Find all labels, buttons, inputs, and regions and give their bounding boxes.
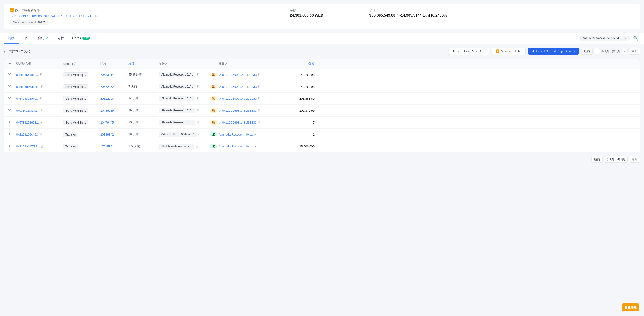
- table-row: 👁 0xc01ca23f5aa... ⎘ Send Multi Sig... 2…: [4, 105, 640, 117]
- download-page-data-button[interactable]: ⬇ Download Page Data: [448, 48, 489, 55]
- receiver-link-5[interactable]: Alameda Research: 0xf...: [219, 133, 253, 136]
- block-link-4[interactable]: 20479445: [100, 121, 114, 124]
- eye-icon-3[interactable]: 👁: [8, 108, 12, 113]
- tx-copy-icon-1[interactable]: ⎘: [41, 85, 43, 89]
- row-eye-0[interactable]: 👁: [8, 73, 16, 77]
- method-badge-1: Send Multi Sig...: [63, 84, 88, 89]
- sender-copy-icon-6[interactable]: ⎘: [196, 144, 198, 148]
- row-eye-5[interactable]: 👁: [8, 132, 16, 136]
- row-dir-5: 进: [210, 133, 219, 136]
- advanced-filter-button[interactable]: 🔽 Advanced Filter: [492, 48, 526, 55]
- row-method-4: Send Multi Sig...: [63, 121, 100, 124]
- tx-copy-icon-0[interactable]: ⎘: [40, 73, 42, 77]
- receiver-link-4[interactable]: 0x112C5698...481f3E333: [222, 121, 256, 124]
- filter-label-row: ≡ 按代币持有者筛选: [10, 8, 275, 13]
- first-page-button[interactable]: 最前: [581, 48, 592, 55]
- tx-link-6[interactable]: 0x3169a117f86...: [16, 145, 40, 148]
- eye-icon-0[interactable]: 👁: [8, 73, 12, 77]
- eye-icon-1[interactable]: 👁: [8, 85, 12, 89]
- tx-copy-icon-6[interactable]: ⎘: [41, 144, 43, 148]
- sender-copy-icon-1[interactable]: ⎘: [197, 85, 199, 89]
- tx-copy-icon-4[interactable]: ⎘: [40, 121, 42, 124]
- tx-link-5[interactable]: 0x2a68106c49...: [16, 133, 38, 136]
- row-eye-3[interactable]: 👁: [8, 108, 16, 113]
- filter-icon-btn: 🔽: [496, 49, 499, 53]
- tx-copy-icon-5[interactable]: ⎘: [40, 133, 42, 136]
- receiver-copy-icon-0[interactable]: ⎘: [258, 73, 260, 77]
- tx-copy-icon-2[interactable]: ⎘: [40, 97, 42, 100]
- row-block-1: 20572362: [100, 85, 128, 89]
- tx-link-0[interactable]: 0xeeb8f08aafa...: [16, 73, 39, 77]
- tab-cards[interactable]: Cards New: [68, 34, 94, 43]
- sender-copy-icon-3[interactable]: ⎘: [197, 109, 199, 112]
- receiver-link-0[interactable]: 0x112C5698...481f3E333: [222, 73, 256, 77]
- export-button[interactable]: ⬇ Export Current Page Data ▾: [528, 48, 579, 55]
- cards-badge: New: [82, 37, 90, 40]
- sender-badge-3: Alameda Research: 0xf...: [159, 108, 196, 113]
- receiver-link-2[interactable]: 0x112C5698...481f3E333: [222, 97, 256, 100]
- bottom-pagination: 最前 第1页，共1页 最后: [4, 156, 640, 163]
- col-age[interactable]: 块龄: [128, 62, 159, 66]
- pill-close-icon[interactable]: ✕: [624, 37, 626, 40]
- last-page-button[interactable]: 最后: [629, 48, 640, 55]
- tab-transfer[interactable]: 转移: [4, 33, 19, 44]
- filter-icon: ≡: [10, 8, 14, 13]
- block-link-6[interactable]: 17915801: [100, 145, 114, 148]
- row-tx-0: 0xeeb8f08aafa... ⎘: [16, 73, 63, 77]
- tx-link-2[interactable]: 0x679c883079...: [16, 97, 38, 100]
- receiver-link-1[interactable]: 0x112C5698...481f3E333: [222, 85, 256, 89]
- receiver-copy-icon-2[interactable]: ⎘: [258, 97, 260, 100]
- tx-link-1[interactable]: 0xeb93df69b2c...: [16, 85, 40, 89]
- eye-icon-5[interactable]: 👁: [8, 132, 12, 136]
- receiver-link-3[interactable]: 0x112C5698...481f3E333: [222, 109, 256, 112]
- method-badge-4: Send Multi Sig...: [63, 120, 88, 125]
- sender-copy-icon-4[interactable]: ⎘: [197, 121, 199, 124]
- sender-copy-icon-2[interactable]: ⎘: [197, 97, 199, 100]
- search-button[interactable]: 🔍: [631, 35, 640, 42]
- tabs-search-right: 0xf02e86d9e0efd57ad034faf5... ✕ 🔍: [580, 35, 640, 42]
- sender-copy-icon-5[interactable]: ⎘: [198, 133, 200, 136]
- tab-analysis[interactable]: 分析: [53, 33, 68, 44]
- row-dir-1: 出: [210, 85, 219, 89]
- eye-icon-2[interactable]: 👁: [8, 96, 12, 101]
- table-row: 👁 0x679c883079... ⎘ Send Multi Sig... 20…: [4, 93, 640, 105]
- receiver-link-6[interactable]: Alameda Research: 0xf...: [219, 145, 253, 148]
- tx-copy-icon-3[interactable]: ⎘: [41, 109, 42, 112]
- row-eye-1[interactable]: 👁: [8, 85, 16, 89]
- tab-info[interactable]: 知讯: [19, 33, 34, 44]
- next-page-button[interactable]: ›: [622, 48, 628, 54]
- block-link-2[interactable]: 20522206: [100, 97, 114, 100]
- sender-copy-icon-0[interactable]: ⎘: [197, 73, 199, 77]
- export-chevron-icon: ▾: [574, 49, 575, 53]
- copy-icon[interactable]: ⎘: [96, 14, 97, 18]
- receiver-copy-icon-5[interactable]: ⎘: [254, 133, 256, 136]
- row-eye-4[interactable]: 👁: [8, 120, 16, 125]
- block-link-5[interactable]: 20339342: [100, 133, 114, 136]
- tx-link-4[interactable]: 0x5733253d53...: [16, 121, 39, 124]
- receiver-copy-icon-1[interactable]: ⎘: [258, 85, 260, 89]
- bottom-last-button[interactable]: 最后: [629, 156, 640, 163]
- block-link-0[interactable]: 20623014: [100, 73, 114, 77]
- receiver-copy-icon-6[interactable]: ⎘: [254, 144, 256, 148]
- tab-contract[interactable]: 合约 ✓: [34, 33, 53, 44]
- row-receiver-4: ◇ 0x112C5698...481f3E333 ⎘: [219, 121, 280, 124]
- address-link[interactable]: 0xF02e86D9E0eFd57aD034FaF52201B79917fE07…: [10, 14, 94, 18]
- row-amount-4: 7: [280, 121, 314, 124]
- prev-page-button[interactable]: ‹: [594, 48, 600, 54]
- eye-icon-4[interactable]: 👁: [8, 120, 12, 125]
- block-link-1[interactable]: 20572362: [100, 85, 114, 89]
- row-dir-3: 出: [210, 109, 219, 113]
- row-amount-1: 143,769.98: [280, 85, 314, 89]
- receiver-copy-icon-3[interactable]: ⎘: [258, 109, 260, 112]
- col-eye: 👁: [8, 62, 16, 66]
- row-method-3: Send Multi Sig...: [63, 109, 100, 112]
- tx-link-3[interactable]: 0xc01ca23f5aa...: [16, 109, 39, 112]
- row-receiver-5: Alameda Research: 0xf... ⎘: [219, 133, 280, 136]
- block-link-3[interactable]: 20485239: [100, 109, 114, 112]
- tab-contract-label: 合约: [38, 36, 44, 40]
- row-eye-2[interactable]: 👁: [8, 96, 16, 101]
- eye-icon-6[interactable]: 👁: [8, 144, 12, 148]
- receiver-copy-icon-4[interactable]: ⎘: [258, 121, 260, 124]
- bottom-first-button[interactable]: 最前: [592, 156, 602, 163]
- row-eye-6[interactable]: 👁: [8, 144, 16, 148]
